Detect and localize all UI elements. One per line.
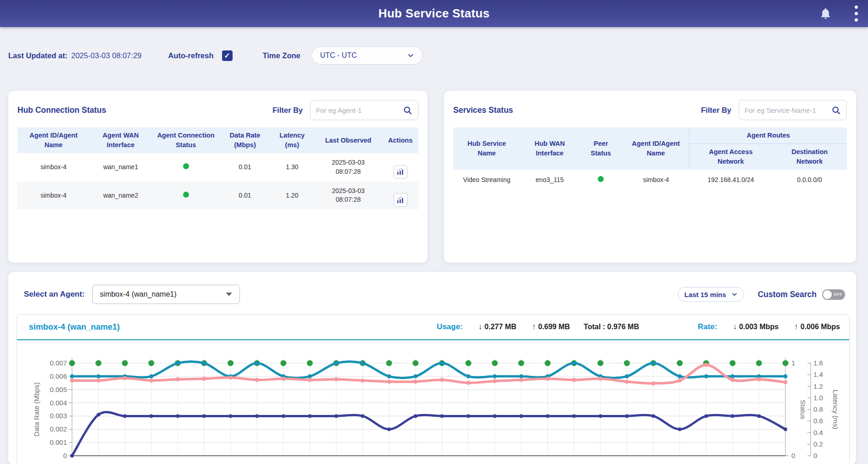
col-hub-service: Hub Service Name [453,127,520,170]
cell-latency: 1.20 [270,182,314,210]
col-agent-id: Agent ID/Agent Name [17,127,89,153]
last-updated-value: 2025-03-03 08:07:29 [71,51,141,60]
time-zone-select[interactable]: UTC - UTC [312,46,423,65]
svg-text:1.2: 1.2 [813,382,823,390]
svg-text:0: 0 [791,452,795,459]
cell-last-observed: 2025-03-03 08:07:28 [314,182,383,210]
cell-access-network: 192.168.41.0/24 [690,170,772,190]
cell-agent: simbox-4 [17,153,89,182]
search-icon[interactable] [403,105,412,115]
col-agent-access-network: Agent Access Network [690,144,772,170]
svg-text:0.6: 0.6 [813,417,823,425]
svg-text:0.004: 0.004 [50,399,67,407]
svg-text:Latency (ms): Latency (ms) [832,390,840,430]
time-zone-label: Time Zone [263,51,300,60]
app-header: Hub Service Status [0,0,868,27]
cell-data-rate: 0.01 [220,153,270,182]
services-status-card: Services Status Filter By Hub Service Na… [444,91,856,263]
usage-label: Usage: [437,322,463,331]
up-arrow-icon: ↑ [532,322,536,331]
rate-download-value: 0.003 Mbps [739,323,779,331]
cell-agent: simbox-4 [17,182,89,210]
table-row: Video Streaming eno3_115 simbox-4 192.16… [453,170,847,190]
mini-chart-icon [396,196,404,204]
hub-filter-input[interactable] [316,106,403,114]
hub-connection-status-card: Hub Connection Status Filter By Agent ID… [8,91,428,263]
services-filter-input[interactable] [745,106,831,114]
svg-text:0.007: 0.007 [50,359,67,367]
chart-plot-area: 00.0010.0020.0030.0040.0050.0060.0070100… [17,340,849,464]
rate-upload-value: 0.006 Mbps [801,323,840,331]
agent-chart-card: Select an Agent: simbox-4 (wan_name1) La… [8,272,856,464]
svg-text:1.4: 1.4 [813,370,823,378]
chart-title: simbox-4 (wan_name1) [29,322,120,332]
time-zone-value: UTC - UTC [320,51,406,60]
col-agent-id: Agent ID/Agent Name [623,127,690,170]
down-arrow-icon: ↓ [733,322,737,331]
row-chart-action-button[interactable] [394,165,407,179]
hub-connection-table: Agent ID/Agent Name Agent WAN Interface … [17,127,418,210]
chevron-down-icon [406,51,415,60]
col-data-rate: Data Rate (Mbps) [220,127,270,153]
cell-latency: 1.30 [270,153,314,182]
svg-text:0.005: 0.005 [50,386,67,393]
status-up-dot [183,163,189,169]
svg-text:0.8: 0.8 [813,405,823,413]
cell-destination-network: 0.0.0.0/0 [772,170,847,190]
usage-upload-value: 0.699 MB [538,323,570,331]
toggle-knob [823,290,832,299]
usage-total-value: Total : 0.976 MB [584,323,639,331]
svg-text:1.0: 1.0 [813,394,823,402]
auto-refresh-label: Auto-refresh [168,51,213,60]
down-arrow-icon: ↓ [479,322,483,331]
col-hub-wan: Hub WAN Interface [520,127,579,170]
last-updated-label: Last Updated at: [8,51,67,60]
col-agent-conn-status: Agent Connection Status [152,127,220,153]
kebab-menu-icon[interactable] [853,4,860,23]
svg-text:0.006: 0.006 [50,372,67,380]
usage-download-value: 0.277 MB [484,323,516,331]
col-latency: Latency (ms) [270,127,314,153]
auto-refresh-checkbox[interactable]: ✓ [222,50,233,61]
services-status-title: Services Status [453,105,513,115]
svg-text:0: 0 [63,452,67,459]
svg-text:Status: Status [799,400,807,420]
svg-text:1: 1 [791,359,795,367]
caret-down-icon [226,293,232,296]
col-group-agent-routes: Agent Routes [690,127,847,144]
agent-select-dropdown[interactable]: simbox-4 (wan_name1) [92,285,240,304]
svg-text:0: 0 [813,452,817,459]
svg-text:1.6: 1.6 [813,359,823,367]
hub-connection-title: Hub Connection Status [17,105,106,115]
time-range-value: Last 15 mins [684,291,726,298]
svg-text:0.003: 0.003 [50,412,67,420]
col-agent-wan: Agent WAN Interface [89,127,151,153]
time-range-select[interactable]: Last 15 mins [678,287,744,302]
row-chart-action-button[interactable] [394,193,407,207]
cell-wan: wan_name2 [89,182,151,210]
cell-last-observed: 2025-03-03 08:07:28 [314,153,383,182]
col-peer-status: Peer Status [579,127,623,170]
col-actions: Actions [382,127,418,153]
hub-filter-label: Filter By [273,106,303,115]
traffic-line-chart: 00.0010.0020.0030.0040.0050.0060.0070100… [17,340,849,464]
cell-service: Video Streaming [453,170,520,190]
search-icon[interactable] [831,105,841,115]
chevron-down-icon [731,291,738,298]
rate-label: Rate: [698,322,718,331]
cell-agent: simbox-4 [623,170,690,190]
cell-data-rate: 0.01 [220,182,270,210]
services-status-table: Hub Service Name Hub WAN Interface Peer … [453,127,847,190]
svg-text:0.001: 0.001 [50,438,67,446]
table-row: simbox-4 wan_name1 0.01 1.30 2025-03-03 … [17,153,418,182]
status-up-dot [598,176,604,182]
custom-search-toggle[interactable]: OFF [822,289,845,300]
notifications-bell-icon[interactable] [819,7,832,20]
status-up-dot [183,192,189,198]
mini-chart-icon [396,168,404,176]
cell-wan: eno3_115 [520,170,579,190]
checkmark-icon: ✓ [224,51,230,60]
status-toolbar: Last Updated at: 2025-03-03 08:07:29 Aut… [0,27,868,65]
svg-text:0.002: 0.002 [50,425,67,433]
col-destination-network: Destination Network [772,144,847,170]
